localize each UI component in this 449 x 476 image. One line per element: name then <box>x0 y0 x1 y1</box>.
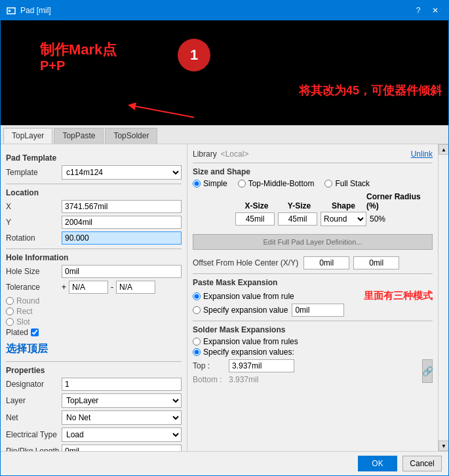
size-shape-label: Size and Shape <box>193 167 433 176</box>
x-input[interactable] <box>62 200 182 213</box>
round-radio[interactable] <box>6 297 14 305</box>
solder-expansion-from-rules-label: Expansion value from rules <box>203 337 298 346</box>
preview-area: 制作Mark点 P+P 1 将其改为45，可使器件倾斜 <box>1 20 448 125</box>
tab-toplayer[interactable]: TopLayer <box>3 128 52 144</box>
tabs-bar: TopLayer TopPaste TopSolder <box>1 125 448 144</box>
preview-text2: P+P <box>40 58 65 73</box>
round-label: Round <box>16 296 39 306</box>
electrical-type-row: Electrical Type Load <box>6 427 182 442</box>
rect-radio-row: Rect <box>6 307 182 316</box>
simple-label: Simple <box>203 179 227 188</box>
tolerance-minus-sign: - <box>111 283 113 292</box>
slot-label: Slot <box>16 317 30 327</box>
net-select[interactable]: No Net <box>62 410 182 425</box>
plated-label: Plated <box>6 328 28 337</box>
annotation2: 里面有三种模式 <box>364 290 433 302</box>
y-input[interactable] <box>62 216 182 229</box>
offset-y-input[interactable] <box>353 256 399 269</box>
top-middle-bottom-label: Top-Middle-Bottom <box>248 179 315 188</box>
rect-radio[interactable] <box>6 307 14 315</box>
tab-toppaste[interactable]: TopPaste <box>54 128 104 144</box>
round-radio-row: Round <box>6 296 182 306</box>
arrow-svg <box>1 20 448 125</box>
solder-mask-row1: Expansion value from rules <box>193 337 433 346</box>
electrical-type-label: Electrical Type <box>6 430 62 439</box>
bottom-value: 3.937mil <box>229 375 258 384</box>
scroll-up-button[interactable]: ▲ <box>439 144 448 155</box>
paste-mask-row2: Specify expansion value <box>193 304 433 317</box>
pin-pkg-length-input[interactable] <box>62 445 182 451</box>
electrical-type-select[interactable]: Load <box>62 427 182 442</box>
designator-input[interactable] <box>62 378 182 391</box>
top-middle-bottom-radio[interactable] <box>238 180 246 188</box>
tolerance-plus-sign: + <box>62 283 66 292</box>
offset-row: Offset From Hole Center (X/Y) <box>193 256 433 269</box>
tab-topsolder[interactable]: TopSolder <box>105 128 157 144</box>
hole-size-row: Hole Size <box>6 265 182 278</box>
layer-select[interactable]: TopLayer <box>62 393 182 408</box>
plated-checkbox[interactable] <box>31 328 39 336</box>
designator-label: Designator <box>6 380 62 389</box>
specify-expansion-label: Specify expansion value <box>203 306 288 315</box>
pin-pkg-length-row: Pin/Pkg Length <box>6 445 182 451</box>
scrollbar: ▲ ▼ <box>438 144 448 451</box>
slot-radio[interactable] <box>6 318 14 326</box>
divider-r3 <box>193 321 433 321</box>
solder-expansion-from-rules-radio[interactable] <box>193 338 201 346</box>
expansion-from-rule-radio[interactable] <box>193 292 201 300</box>
location-label: Location <box>6 188 182 197</box>
rotation-input[interactable] <box>62 231 182 245</box>
x-row: X <box>6 200 182 213</box>
library-value: <Local> <box>221 149 249 159</box>
rotation-label: Rotation <box>6 233 62 243</box>
rotation-row: Rotation <box>6 231 182 245</box>
library-row: Library <Local> Unlink <box>193 149 433 159</box>
offset-label: Offset From Hole Center (X/Y) <box>193 258 298 268</box>
xsize-input[interactable] <box>235 212 275 226</box>
main-window: Pad [mil] ? ✕ 制作Mark点 P+P 1 将其改为45，可使器件倾… <box>0 0 449 476</box>
scroll-track <box>439 155 448 441</box>
unlink-link[interactable]: Unlink <box>411 149 433 159</box>
ok-button[interactable]: OK <box>358 456 397 471</box>
template-select[interactable]: c114m124 <box>62 165 182 180</box>
left-panel: Pad Template Template c114m124 Location … <box>1 144 187 451</box>
window-title: Pad [mil] <box>20 6 410 15</box>
pin-pkg-length-label: Pin/Pkg Length <box>6 446 62 451</box>
net-row: Net No Net <box>6 410 182 425</box>
scroll-down-button[interactable]: ▼ <box>439 441 448 451</box>
offset-x-input[interactable] <box>303 256 349 269</box>
specify-expansion-input[interactable] <box>292 304 344 317</box>
simple-option: Simple <box>193 179 227 188</box>
ysize-input[interactable] <box>278 212 317 226</box>
y-row: Y <box>6 216 182 229</box>
simple-radio[interactable] <box>193 180 201 188</box>
solder-values-area: Top : Bottom : 3.937mil 🔗 <box>193 359 433 384</box>
solder-specify-expansion-radio[interactable] <box>193 348 201 356</box>
top-value-input[interactable] <box>229 359 294 372</box>
tolerance-minus-input[interactable] <box>116 281 155 294</box>
window-icon <box>6 5 16 16</box>
bottom-bar: OK Cancel <box>1 451 448 475</box>
specify-expansion-radio[interactable] <box>193 306 201 314</box>
tolerance-plus-input[interactable] <box>69 281 108 294</box>
edit-full-pad-button[interactable]: Edit Full Pad Layer Definition... <box>193 234 433 250</box>
full-stack-option: Full Stack <box>324 179 370 188</box>
paste-mask-label: Paste Mask Expansion <box>193 278 433 287</box>
solder-mask-row2: Specify expansion values: <box>193 347 433 357</box>
divider2 <box>6 248 182 249</box>
ysize-col-header: Y-Size <box>278 201 321 210</box>
shape-select[interactable]: Round <box>321 212 366 226</box>
link-icon[interactable]: 🔗 <box>422 359 433 383</box>
layer-row: Layer TopLayer <box>6 393 182 408</box>
tolerance-label: Tolerance <box>6 283 62 292</box>
help-button[interactable]: ? <box>410 4 426 17</box>
close-button[interactable]: ✕ <box>427 4 443 17</box>
cancel-button[interactable]: Cancel <box>402 456 442 471</box>
hole-size-input[interactable] <box>62 265 182 278</box>
full-stack-radio[interactable] <box>324 180 332 188</box>
net-label: Net <box>6 413 62 422</box>
pad-template-label: Pad Template <box>6 153 182 163</box>
hole-shape-group: Round Rect Slot Plated <box>6 296 182 337</box>
table-data-row: Round 50% <box>193 212 433 226</box>
annotation-text: 选择顶层 <box>6 342 182 356</box>
